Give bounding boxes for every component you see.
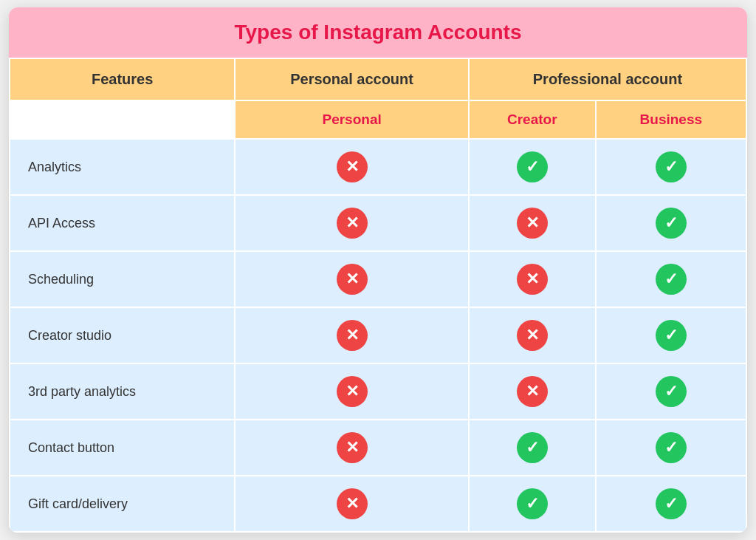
table-row: API Access xyxy=(10,195,746,251)
personal-cell xyxy=(235,139,468,195)
table-row: Contact button xyxy=(10,420,746,476)
table-row: 3rd party analytics xyxy=(10,363,746,420)
header-row-account-types: Features Personal account Professional a… xyxy=(10,58,746,100)
personal-cell xyxy=(235,363,468,420)
cross-icon xyxy=(337,264,368,295)
creator-cell xyxy=(469,420,596,476)
cross-icon xyxy=(337,488,368,519)
feature-name-cell: API Access xyxy=(10,195,235,251)
check-icon xyxy=(517,488,548,519)
table-row: Analytics xyxy=(10,139,746,195)
business-cell xyxy=(596,420,746,476)
table-row: Scheduling xyxy=(10,251,746,307)
personal-cell xyxy=(235,476,468,532)
business-cell xyxy=(596,476,746,532)
creator-cell xyxy=(469,476,596,532)
header-row-subtypes: Personal Creator Business xyxy=(10,100,746,139)
professional-account-header: Professional account xyxy=(469,58,746,100)
personal-cell xyxy=(235,251,468,307)
creator-cell xyxy=(469,195,596,251)
check-icon xyxy=(517,151,548,182)
cross-icon xyxy=(337,151,368,182)
feature-name-cell: Creator studio xyxy=(10,307,235,363)
features-subheader xyxy=(10,100,235,139)
business-cell xyxy=(596,195,746,251)
creator-cell xyxy=(469,307,596,363)
creator-subheader: Creator xyxy=(469,100,596,139)
cross-icon xyxy=(337,208,368,239)
cross-icon xyxy=(517,264,548,295)
cross-icon xyxy=(517,208,548,239)
check-icon xyxy=(656,264,687,295)
business-subheader: Business xyxy=(596,100,746,139)
cross-icon xyxy=(337,376,368,407)
instagram-accounts-table: Types of Instagram Accounts Features Per… xyxy=(9,7,747,533)
feature-name-cell: Scheduling xyxy=(10,251,235,307)
feature-name-cell: Analytics xyxy=(10,139,235,195)
business-cell xyxy=(596,139,746,195)
business-cell xyxy=(596,363,746,420)
personal-cell xyxy=(235,307,468,363)
feature-name-cell: Gift card/delivery xyxy=(10,476,235,532)
table-row: Creator studio xyxy=(10,307,746,363)
feature-name-cell: 3rd party analytics xyxy=(10,363,235,420)
check-icon xyxy=(656,488,687,519)
table-title: Types of Instagram Accounts xyxy=(9,7,747,58)
cross-icon xyxy=(337,320,368,351)
business-cell xyxy=(596,307,746,363)
check-icon xyxy=(656,208,687,239)
check-icon xyxy=(656,432,687,463)
features-header: Features xyxy=(10,58,235,100)
cross-icon xyxy=(517,376,548,407)
check-icon xyxy=(656,151,687,182)
table-row: Gift card/delivery xyxy=(10,476,746,532)
check-icon xyxy=(517,432,548,463)
personal-account-header: Personal account xyxy=(235,58,468,100)
creator-cell xyxy=(469,251,596,307)
feature-name-cell: Contact button xyxy=(10,420,235,476)
check-icon xyxy=(656,320,687,351)
personal-cell xyxy=(235,420,468,476)
cross-icon xyxy=(517,320,548,351)
personal-cell xyxy=(235,195,468,251)
check-icon xyxy=(656,376,687,407)
creator-cell xyxy=(469,139,596,195)
creator-cell xyxy=(469,363,596,420)
business-cell xyxy=(596,251,746,307)
personal-subheader: Personal xyxy=(235,100,468,139)
cross-icon xyxy=(337,432,368,463)
